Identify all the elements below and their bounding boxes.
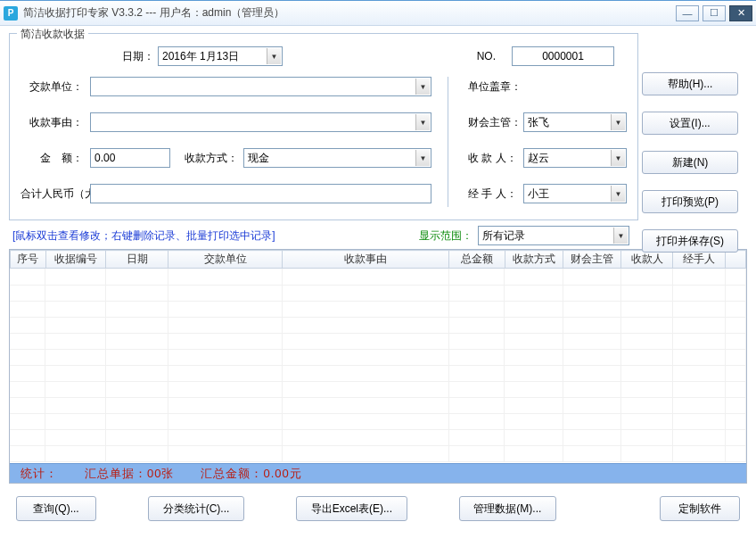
grid-header-cell[interactable]: 收款事由 [283,251,448,269]
amount-cn-input[interactable] [90,184,431,203]
app-icon: P [4,6,18,21]
summary-count-label: 汇总单据： [85,466,147,482]
grid-body[interactable] [10,269,746,463]
print-save-button[interactable]: 打印并保存(S) [642,229,738,253]
grid-header-cell[interactable]: 总金额 [448,251,505,269]
fieldset-legend: 简洁收款收据 [17,27,88,42]
maximize-button[interactable]: ☐ [703,5,726,21]
summary-label: 统计： [21,466,58,482]
table-row[interactable] [10,413,746,429]
table-row[interactable] [10,429,746,445]
receipt-fieldset: 简洁收款收据 日期： 2016年 1月13日 ▼ NO. 0000001 交款单… [9,33,638,220]
date-picker[interactable]: 2016年 1月13日 ▼ [158,46,283,66]
grid-header-cell[interactable]: 交款单位 [168,251,283,269]
settings-button[interactable]: 设置(I)... [642,112,738,135]
query-button[interactable]: 查询(Q)... [16,496,96,521]
bottom-toolbar: 查询(Q)... 分类统计(C)... 导出Excel表(E)... 管理数据(… [9,484,747,526]
summary-bar: 统计： 汇总单据： 00张 汇总金额： 0.00元 [10,463,746,483]
minimize-button[interactable]: — [676,5,699,21]
help-button[interactable]: 帮助(H)... [642,72,738,95]
receipt-top-row: 日期： 2016年 1月13日 ▼ NO. 0000001 [21,43,627,77]
no-label: NO. [477,50,496,62]
summary-count: 00张 [147,466,174,482]
stats-button[interactable]: 分类统计(C)... [148,496,244,521]
collector-label: 收 款 人： [468,151,523,166]
new-button[interactable]: 新建(N) [642,151,738,174]
table-row[interactable] [10,445,746,461]
chevron-down-icon: ▼ [415,114,430,130]
supervisor-combo[interactable]: 张飞 ▼ [523,112,627,132]
date-value: 2016年 1月13日 [162,49,239,64]
manage-data-button[interactable]: 管理数据(M)... [459,496,556,521]
chevron-down-icon: ▼ [415,150,430,166]
grid-header-cell[interactable]: 序号 [11,251,46,269]
seal-label: 单位盖章： [468,79,523,95]
table-row[interactable] [10,301,746,317]
reason-combo[interactable]: ▼ [90,112,431,132]
chevron-down-icon: ▼ [611,114,625,130]
table-row[interactable] [10,333,746,349]
handler-combo[interactable]: 小王 ▼ [523,184,627,203]
grid-header-cell[interactable]: 日期 [106,251,168,269]
scope-label: 显示范围： [419,228,472,244]
window-controls: — ☐ ✕ [676,5,752,21]
table-row[interactable] [10,397,746,413]
grid-header-cell[interactable] [725,251,745,269]
form-right-column: 单位盖章： 财会主管： 张飞 ▼ 收 款 人： 赵云 ▼ [448,77,627,207]
close-button[interactable]: ✕ [729,5,752,21]
export-excel-button[interactable]: 导出Excel表(E)... [296,496,407,521]
payer-combo[interactable]: ▼ [90,77,431,96]
records-grid: 序号收据编号日期交款单位收款事由总金额收款方式财会主管收款人经手人 统 [9,249,747,484]
chevron-down-icon: ▼ [267,48,281,64]
chevron-down-icon: ▼ [611,186,625,202]
collector-combo[interactable]: 赵云 ▼ [523,148,627,168]
receipt-number: 0000001 [512,46,614,66]
chevron-down-icon: ▼ [415,79,430,95]
grid-header-cell[interactable]: 经手人 [673,251,725,269]
table-row[interactable] [10,365,746,381]
grid-header-cell[interactable]: 财会主管 [563,251,620,269]
supervisor-label: 财会主管： [468,115,523,130]
amount-label: 金 额： [21,151,90,166]
summary-amount-label: 汇总金额： [201,466,263,482]
window-title: 简洁收据打印专家 V3.3.2 --- 用户名：admin（管理员） [23,5,676,21]
amount-input[interactable] [90,148,170,168]
sidebar-buttons: 帮助(H)... 设置(I)... 新建(N) 打印预览(P) 打印并保存(S) [642,72,738,253]
records-toolbar: [鼠标双击查看修改；右键删除记录、批量打印选中记录] 显示范围： 所有记录 ▼ [12,226,747,245]
handler-label: 经 手 人： [468,186,523,202]
table-row[interactable] [10,269,746,285]
grid-header: 序号收据编号日期交款单位收款事由总金额收款方式财会主管收款人经手人 [10,250,746,269]
grid-header-cell[interactable]: 收款人 [621,251,673,269]
method-label: 收款方式： [170,151,243,166]
method-combo[interactable]: 现金 ▼ [243,148,431,168]
summary-amount: 0.00元 [263,466,301,482]
print-preview-button[interactable]: 打印预览(P) [642,190,738,213]
custom-software-button[interactable]: 定制软件 [660,496,740,521]
title-bar: P 简洁收据打印专家 V3.3.2 --- 用户名：admin（管理员） — ☐… [0,1,756,26]
table-row[interactable] [10,349,746,365]
payer-label: 交款单位： [21,79,90,95]
grid-header-cell[interactable]: 收款方式 [505,251,563,269]
records-hint: [鼠标双击查看修改；右键删除记录、批量打印选中记录] [12,228,275,244]
reason-label: 收款事由： [21,115,90,130]
form-left-column: 交款单位： ▼ 收款事由： ▼ 金 额： [21,77,448,207]
table-row[interactable] [10,285,746,301]
table-row[interactable] [10,381,746,397]
date-label: 日期： [122,49,154,64]
table-row[interactable] [10,317,746,333]
chevron-down-icon: ▼ [613,228,628,244]
main-content: 简洁收款收据 日期： 2016年 1月13日 ▼ NO. 0000001 交款单… [0,26,756,535]
grid-header-cell[interactable]: 收据编号 [45,251,106,269]
chevron-down-icon: ▼ [611,150,625,166]
amount-cn-label: 合计人民币（大写） [21,188,90,199]
scope-combo[interactable]: 所有记录 ▼ [478,226,629,245]
